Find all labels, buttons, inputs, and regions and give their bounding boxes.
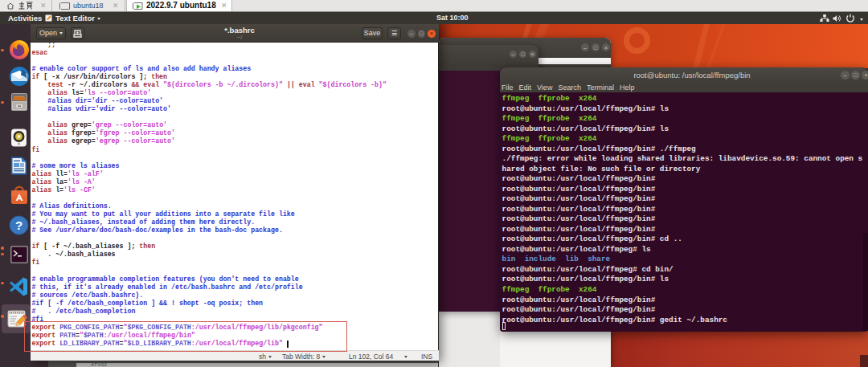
svg-text:?: ? <box>15 218 23 232</box>
